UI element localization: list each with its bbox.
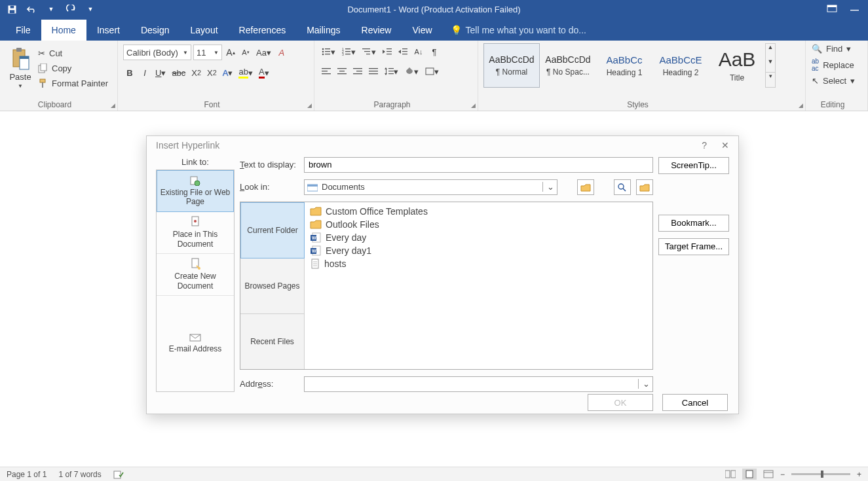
style-heading-1[interactable]: AaBbCcHeading 1 xyxy=(596,43,652,88)
cancel-button[interactable]: Cancel xyxy=(662,394,728,411)
linkto-create-new-document[interactable]: Create New Document xyxy=(157,254,234,296)
style-title[interactable]: AaBTitle xyxy=(709,43,765,88)
target-frame-button[interactable]: Target Frame... xyxy=(658,238,729,255)
browse-tab-browsed-pages[interactable]: Browsed Pages xyxy=(240,258,305,314)
styles-launcher-icon[interactable]: ◢ xyxy=(799,102,803,109)
align-right-icon[interactable] xyxy=(351,64,364,79)
tab-mailings[interactable]: Mailings xyxy=(296,20,350,41)
grow-font-icon[interactable]: A▴ xyxy=(224,45,237,60)
tab-file[interactable]: File xyxy=(5,20,41,41)
justify-icon[interactable] xyxy=(367,64,380,79)
save-icon[interactable] xyxy=(7,4,17,14)
tab-design[interactable]: Design xyxy=(130,20,180,41)
bold-button[interactable]: B xyxy=(123,65,136,80)
copy-button[interactable]: Copy xyxy=(35,62,111,75)
file-item[interactable]: Custom Office Templates xyxy=(307,205,650,218)
shading-icon[interactable]: ▾ xyxy=(403,64,421,79)
qat-customize-icon[interactable]: ▼ xyxy=(85,4,96,14)
styles-scroll-down-icon[interactable]: ▼ xyxy=(766,58,775,73)
undo-icon[interactable] xyxy=(26,4,37,14)
file-item[interactable]: hosts xyxy=(307,257,650,270)
screentip-button[interactable]: ScreenTip... xyxy=(658,157,729,174)
styles-scroll-up-icon[interactable]: ▲ xyxy=(766,44,775,58)
styles-more-icon[interactable]: ▾ xyxy=(766,72,775,87)
show-marks-icon[interactable]: ¶ xyxy=(428,45,441,59)
browse-file-icon[interactable] xyxy=(636,179,653,195)
align-left-icon[interactable] xyxy=(320,64,333,79)
bookmark-button[interactable]: Bookmark... xyxy=(658,215,729,232)
paintbrush-icon xyxy=(38,79,48,88)
style---normal[interactable]: AaBbCcDd¶ Normal xyxy=(483,43,540,88)
font-launcher-icon[interactable]: ◢ xyxy=(307,102,312,109)
subscript-button[interactable]: X2 xyxy=(189,65,203,80)
borders-icon[interactable]: ▾ xyxy=(423,64,441,79)
browse-web-icon[interactable] xyxy=(614,179,631,195)
align-center-icon[interactable] xyxy=(335,64,349,79)
page-status[interactable]: Page 1 of 1 xyxy=(7,470,47,479)
text-to-display-input[interactable] xyxy=(304,157,653,173)
paragraph-launcher-icon[interactable]: ◢ xyxy=(471,102,476,109)
numbering-icon[interactable]: 123▾ xyxy=(340,45,358,59)
undo-dropdown-icon[interactable]: ▼ xyxy=(46,4,56,14)
select-button[interactable]: ↖Select ▾ xyxy=(811,75,862,86)
file-item[interactable]: WEvery day xyxy=(307,231,650,244)
style-heading-2[interactable]: AaBbCcEHeading 2 xyxy=(652,43,709,88)
browse-tab-current-folder[interactable]: Current Folder xyxy=(240,202,305,258)
redo-icon[interactable] xyxy=(66,4,76,14)
superscript-button[interactable]: X2 xyxy=(205,65,219,80)
clear-formatting-icon[interactable]: A xyxy=(275,45,288,60)
tab-view[interactable]: View xyxy=(402,20,442,41)
cut-button[interactable]: ✂Cut xyxy=(35,47,111,60)
tab-references[interactable]: References xyxy=(229,20,297,41)
highlight-icon[interactable]: ab▾ xyxy=(236,65,254,80)
tab-home[interactable]: Home xyxy=(41,20,86,41)
linkto-place-in-this-document[interactable]: Place in This Document xyxy=(157,212,234,254)
linkto-e-mail-address[interactable]: E-mail Address xyxy=(157,296,234,391)
zoom-slider[interactable] xyxy=(791,473,850,475)
up-folder-icon[interactable] xyxy=(577,179,594,195)
tab-layout[interactable]: Layout xyxy=(180,20,229,41)
spellcheck-icon[interactable] xyxy=(113,470,124,479)
style---no-spac---[interactable]: AaBbCcDd¶ No Spac... xyxy=(540,43,596,88)
strikethrough-button[interactable]: abc xyxy=(170,65,187,80)
text-effects-icon[interactable]: A▾ xyxy=(221,65,235,80)
tab-review[interactable]: Review xyxy=(351,20,402,41)
ok-button[interactable]: OK xyxy=(588,394,653,411)
tell-me-search[interactable]: 💡 Tell me what you want to do... xyxy=(443,20,594,41)
file-item[interactable]: Outlook Files xyxy=(307,218,650,231)
lookin-combo[interactable]: Documents ⌄ xyxy=(304,179,557,195)
help-icon[interactable]: ? xyxy=(702,140,707,151)
shrink-font-icon[interactable]: A▾ xyxy=(239,45,252,60)
read-mode-icon[interactable] xyxy=(725,470,736,478)
tab-insert[interactable]: Insert xyxy=(86,20,130,41)
ribbon-display-icon[interactable] xyxy=(827,5,837,14)
change-case-icon[interactable]: Aa▾ xyxy=(254,45,273,60)
font-size-combo[interactable]: 11▼ xyxy=(193,45,222,60)
line-spacing-icon[interactable]: ▾ xyxy=(383,64,400,79)
replace-button[interactable]: abacReplace xyxy=(811,57,862,73)
linkto-existing-file-or-web-page[interactable]: Existing File or Web Page xyxy=(157,170,234,212)
font-name-combo[interactable]: Calibri (Body)▼ xyxy=(123,45,191,60)
print-layout-icon[interactable] xyxy=(742,469,757,480)
sort-icon[interactable]: A↓ xyxy=(412,45,425,59)
format-painter-button[interactable]: Format Painter xyxy=(35,77,111,90)
clipboard-launcher-icon[interactable]: ◢ xyxy=(111,102,115,109)
zoom-out-icon[interactable]: − xyxy=(780,470,785,479)
decrease-indent-icon[interactable] xyxy=(381,45,394,59)
bullets-icon[interactable]: ▾ xyxy=(320,45,337,59)
underline-button[interactable]: U▾ xyxy=(153,65,168,80)
zoom-in-icon[interactable]: + xyxy=(857,470,861,479)
browse-tab-recent-files[interactable]: Recent Files xyxy=(240,314,305,369)
close-icon[interactable]: ✕ xyxy=(721,140,729,151)
address-combo[interactable]: ⌄ xyxy=(304,376,653,392)
web-layout-icon[interactable] xyxy=(763,470,774,478)
increase-indent-icon[interactable] xyxy=(396,45,409,59)
multilevel-list-icon[interactable]: ▾ xyxy=(360,45,378,59)
italic-button[interactable]: I xyxy=(138,65,151,80)
font-color-icon[interactable]: A▾ xyxy=(257,65,271,80)
file-item[interactable]: WEvery day1 xyxy=(307,244,650,257)
find-button[interactable]: 🔍Find ▾ xyxy=(811,43,862,54)
paste-button[interactable]: Paste ▼ xyxy=(5,45,35,98)
word-count[interactable]: 1 of 7 words xyxy=(58,470,101,479)
minimize-icon[interactable]: — xyxy=(850,5,859,14)
